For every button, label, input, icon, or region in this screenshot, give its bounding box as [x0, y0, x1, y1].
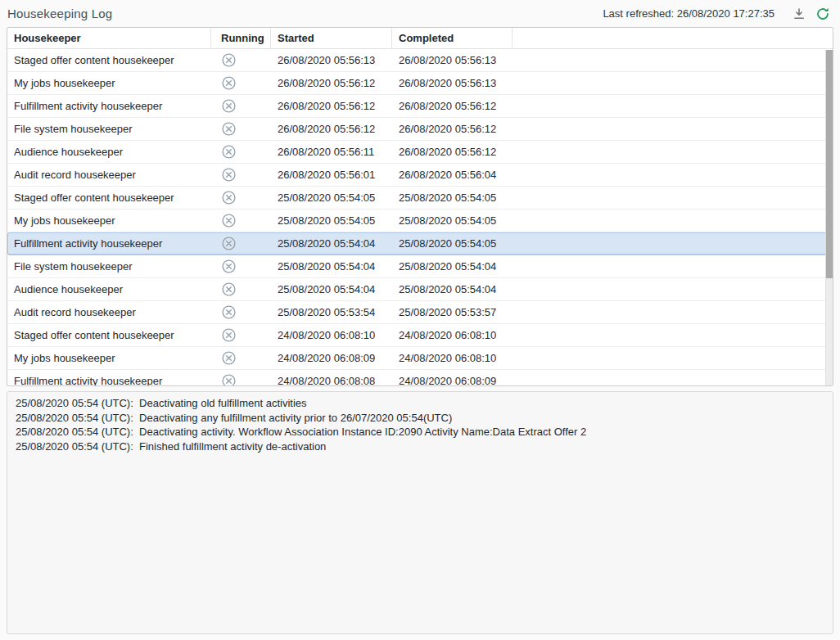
empty-cell: [513, 370, 833, 386]
not-running-circle-x-icon: [221, 75, 237, 91]
topbar: Housekeeping Log Last refreshed: 26/08/2…: [0, 0, 840, 27]
table-scrollbar[interactable]: [825, 50, 833, 385]
started-time: 25/08/2020 05:54:05: [271, 187, 392, 209]
topbar-actions: Last refreshed: 26/08/2020 17:27:35: [603, 5, 832, 23]
empty-cell: [513, 141, 833, 163]
table-row[interactable]: Audit record housekeeper 26/08/2020 05:5…: [7, 164, 833, 187]
column-header-completed[interactable]: Completed: [392, 28, 513, 48]
completed-time: 25/08/2020 05:54:04: [392, 255, 513, 277]
table-row[interactable]: Fulfillment activity housekeeper 26/08/2…: [7, 95, 833, 118]
completed-time: 25/08/2020 05:54:05: [392, 187, 513, 209]
not-running-circle-x-icon: [221, 167, 237, 183]
completed-time: 24/08/2020 06:08:10: [392, 347, 513, 369]
housekeeper-name: Staged offer content housekeeper: [7, 187, 211, 209]
scrollbar-thumb[interactable]: [826, 50, 833, 278]
running-cell: [211, 232, 271, 255]
not-running-circle-x-icon: [221, 144, 237, 160]
page-title: Housekeeping Log: [7, 7, 112, 20]
table-row[interactable]: Fulfillment activity housekeeper 24/08/2…: [7, 370, 833, 386]
empty-cell: [513, 187, 833, 209]
log-line: 25/08/2020 05:54 (UTC): Deactivating any…: [16, 411, 824, 426]
started-time: 24/08/2020 06:08:10: [271, 324, 392, 346]
table-row[interactable]: File system housekeeper 26/08/2020 05:56…: [7, 118, 833, 141]
table-row[interactable]: Staged offer content housekeeper 26/08/2…: [7, 49, 833, 72]
completed-time: 25/08/2020 05:53:57: [392, 301, 513, 323]
log-output-panel[interactable]: 25/08/2020 05:54 (UTC): Deactivating old…: [7, 391, 833, 634]
column-header-empty: [513, 28, 833, 48]
housekeeper-name: Audience housekeeper: [7, 141, 211, 163]
running-cell: [211, 210, 271, 232]
running-cell: [211, 72, 271, 94]
column-header-started[interactable]: Started: [271, 28, 392, 48]
empty-cell: [513, 347, 833, 369]
column-header-running[interactable]: Running: [211, 28, 271, 48]
log-line: 25/08/2020 05:54 (UTC): Deactivating old…: [16, 396, 824, 411]
table-row[interactable]: Staged offer content housekeeper 25/08/2…: [7, 187, 833, 210]
not-running-circle-x-icon: [221, 282, 237, 297]
started-time: 25/08/2020 05:54:04: [271, 255, 392, 277]
completed-time: 26/08/2020 05:56:04: [392, 164, 513, 186]
running-cell: [211, 347, 271, 369]
started-time: 24/08/2020 06:08:08: [271, 370, 392, 386]
housekeeper-name: Fulfillment activity housekeeper: [7, 232, 211, 255]
started-time: 25/08/2020 05:54:04: [271, 278, 392, 300]
completed-time: 26/08/2020 05:56:12: [392, 118, 513, 140]
empty-cell: [513, 301, 833, 323]
not-running-circle-x-icon: [221, 373, 237, 386]
table-row[interactable]: My jobs housekeeper 24/08/2020 06:08:09 …: [7, 347, 833, 370]
empty-cell: [513, 95, 833, 117]
started-time: 26/08/2020 05:56:01: [271, 164, 392, 186]
running-cell: [211, 370, 271, 386]
started-time: 26/08/2020 05:56:13: [271, 49, 392, 71]
started-time: 26/08/2020 05:56:12: [271, 95, 392, 117]
housekeeper-name: Fulfillment activity housekeeper: [7, 370, 211, 386]
housekeeper-name: My jobs housekeeper: [7, 347, 211, 369]
table-row[interactable]: My jobs housekeeper 26/08/2020 05:56:12 …: [7, 72, 833, 95]
running-cell: [211, 141, 271, 163]
housekeeper-name: My jobs housekeeper: [7, 210, 211, 232]
housekeeper-name: My jobs housekeeper: [7, 72, 211, 94]
completed-time: 26/08/2020 05:56:12: [392, 141, 513, 163]
running-cell: [211, 187, 271, 209]
housekeeper-name: Fulfillment activity housekeeper: [7, 95, 211, 117]
running-cell: [211, 255, 271, 277]
housekeeper-name: Audit record housekeeper: [7, 164, 211, 186]
not-running-circle-x-icon: [221, 259, 237, 274]
empty-cell: [513, 278, 833, 300]
empty-cell: [513, 118, 833, 140]
empty-cell: [513, 49, 833, 71]
completed-time: 26/08/2020 05:56:13: [392, 72, 513, 94]
completed-time: 25/08/2020 05:54:05: [392, 232, 513, 255]
not-running-circle-x-icon: [221, 190, 237, 205]
table-row[interactable]: My jobs housekeeper 25/08/2020 05:54:05 …: [7, 210, 833, 232]
not-running-circle-x-icon: [221, 236, 237, 251]
housekeeper-name: Staged offer content housekeeper: [7, 324, 211, 346]
not-running-circle-x-icon: [221, 121, 237, 137]
running-cell: [211, 95, 271, 117]
table-row[interactable]: Audience housekeeper 26/08/2020 05:56:11…: [7, 141, 833, 164]
table-row[interactable]: Audit record housekeeper 25/08/2020 05:5…: [7, 301, 833, 324]
empty-cell: [513, 72, 833, 94]
table-row[interactable]: File system housekeeper 25/08/2020 05:54…: [7, 255, 833, 278]
table-row[interactable]: Fulfillment activity housekeeper 25/08/2…: [7, 232, 833, 255]
completed-time: 24/08/2020 06:08:09: [392, 370, 513, 386]
completed-time: 25/08/2020 05:54:05: [392, 210, 513, 232]
running-cell: [211, 324, 271, 346]
running-cell: [211, 49, 271, 71]
completed-time: 26/08/2020 05:56:13: [392, 49, 513, 71]
housekeeper-name: Staged offer content housekeeper: [7, 49, 211, 71]
refresh-icon[interactable]: [814, 5, 832, 23]
table-row[interactable]: Staged offer content housekeeper 24/08/2…: [7, 324, 833, 347]
started-time: 25/08/2020 05:54:05: [271, 210, 392, 232]
not-running-circle-x-icon: [221, 52, 237, 68]
empty-cell: [513, 324, 833, 346]
started-time: 25/08/2020 05:53:54: [271, 301, 392, 323]
housekeeping-table: Housekeeper Running Started Completed St…: [7, 27, 833, 386]
table-row[interactable]: Audience housekeeper 25/08/2020 05:54:04…: [7, 278, 833, 301]
not-running-circle-x-icon: [221, 327, 237, 343]
started-time: 26/08/2020 05:56:12: [271, 72, 392, 94]
column-header-housekeeper[interactable]: Housekeeper: [7, 28, 211, 48]
download-icon[interactable]: [790, 5, 808, 23]
completed-time: 26/08/2020 05:56:12: [392, 95, 513, 117]
empty-cell: [513, 164, 833, 186]
